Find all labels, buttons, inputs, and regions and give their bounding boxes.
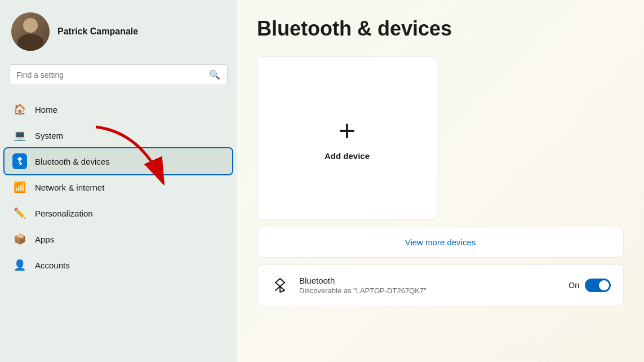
sidebar-item-accounts[interactable]: 👤 Accounts [5, 252, 232, 278]
bluetooth-card: Bluetooth Discoverable as "LAPTOP-DT267Q… [257, 264, 624, 306]
sidebar-item-personalization-label: Personalization [35, 209, 93, 218]
main-content: Bluetooth & devices + Add device View mo… [237, 0, 644, 362]
toggle-container: On [569, 279, 611, 292]
page-title: Bluetooth & devices [257, 17, 624, 41]
search-input[interactable] [16, 70, 205, 80]
bluetooth-nav-icon [12, 154, 27, 169]
bluetooth-title: Bluetooth [299, 276, 559, 285]
network-icon: 📶 [12, 180, 27, 195]
avatar [11, 12, 50, 51]
apps-icon: 📦 [12, 232, 27, 246]
sidebar-item-home[interactable]: 🏠 Home [5, 96, 232, 122]
sidebar-item-bluetooth[interactable]: Bluetooth & devices [5, 148, 232, 174]
search-icon: 🔍 [209, 69, 220, 80]
sidebar-item-personalization[interactable]: ✏️ Personalization [5, 200, 232, 226]
sidebar-item-home-label: Home [35, 105, 57, 114]
accounts-icon: 👤 [12, 258, 27, 272]
home-icon: 🏠 [12, 102, 27, 117]
sidebar-item-apps-label: Apps [35, 235, 54, 244]
bluetooth-card-icon [270, 275, 290, 295]
bluetooth-subtitle: Discoverable as "LAPTOP-DT267QK7" [299, 286, 559, 295]
sidebar-item-bluetooth-label: Bluetooth & devices [35, 157, 110, 166]
bluetooth-toggle[interactable] [585, 279, 611, 292]
plus-icon: + [339, 116, 356, 145]
bluetooth-status-label: On [569, 281, 579, 290]
view-more-card[interactable]: View more devices [257, 227, 624, 258]
sidebar-item-system[interactable]: 💻 System [5, 122, 232, 148]
personalization-icon: ✏️ [12, 206, 27, 220]
sidebar-item-network-label: Network & internet [35, 183, 104, 192]
nav-list: 🏠 Home 💻 System Bluetooth & devices [0, 94, 237, 362]
sidebar-item-accounts-label: Accounts [35, 261, 70, 270]
system-icon: 💻 [12, 128, 27, 143]
sidebar-item-apps[interactable]: 📦 Apps [5, 226, 232, 252]
view-more-link[interactable]: View more devices [405, 237, 476, 247]
search-box[interactable]: 🔍 [9, 64, 228, 85]
sidebar-item-system-label: System [35, 131, 63, 140]
add-device-label: Add device [325, 151, 370, 161]
sidebar-item-network[interactable]: 📶 Network & internet [5, 174, 232, 200]
add-device-card[interactable]: + Add device [257, 56, 437, 220]
user-name: Patrick Campanale [57, 27, 138, 37]
bluetooth-info: Bluetooth Discoverable as "LAPTOP-DT267Q… [299, 276, 559, 295]
